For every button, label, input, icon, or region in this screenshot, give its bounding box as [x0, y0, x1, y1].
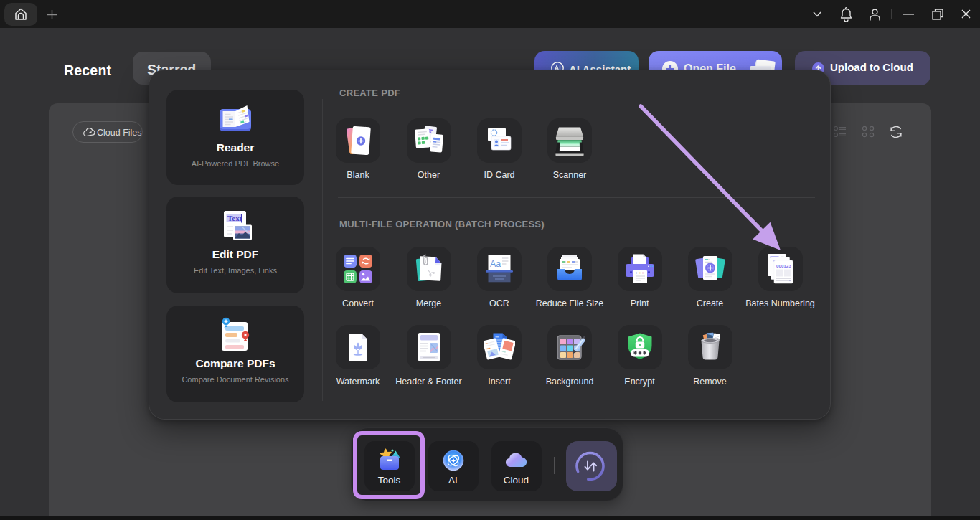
svg-text:Aa: Aa	[490, 259, 501, 269]
svg-text:Text: Text	[227, 214, 242, 222]
